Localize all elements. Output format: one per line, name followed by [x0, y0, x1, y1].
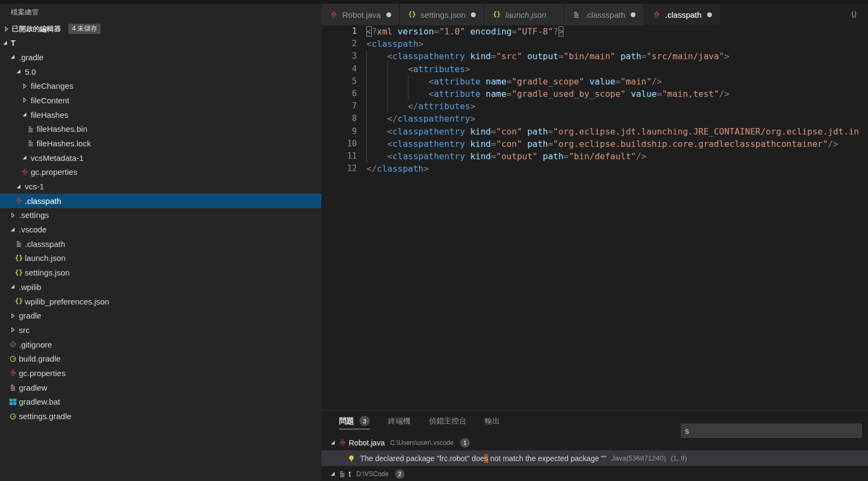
- twisty-open-icon[interactable]: [20, 110, 30, 119]
- tree-item-.classspath[interactable]: .classspath: [0, 237, 321, 251]
- tab-Robot.java[interactable]: Robot.java: [321, 4, 400, 25]
- tab-.classpath[interactable]: .classpath: [644, 4, 721, 25]
- tab-launch.json[interactable]: {}launch.json: [484, 4, 564, 25]
- panel-tab-輸出[interactable]: 輸出: [485, 412, 500, 430]
- list-file-icon: [572, 10, 581, 19]
- code-line-text[interactable]: </classpathentry>: [366, 112, 475, 125]
- twisty-open-icon[interactable]: [8, 225, 18, 234]
- tree-item-fileHashes[interactable]: fileHashes: [0, 108, 321, 122]
- line-number[interactable]: 8: [321, 112, 357, 125]
- code-line-text[interactable]: <?xml version="1.0" encoding="UTF-8"?>: [366, 25, 563, 38]
- line-number[interactable]: 6: [321, 88, 357, 100]
- tree-item-.gradle[interactable]: .gradle: [0, 50, 321, 65]
- tab-bar: Robot.java{}settings.json{}launch.json.c…: [321, 4, 868, 25]
- code-editor[interactable]: 1<?xml version="1.0" encoding="UTF-8"?>2…: [321, 25, 868, 410]
- code-token: [522, 139, 527, 149]
- code-line-text[interactable]: <classpathentry kind="con" path="org.ecl…: [366, 125, 859, 138]
- code-line-text[interactable]: <classpathentry kind="src" output="bin/m…: [366, 50, 729, 62]
- twisty-closed-icon[interactable]: [8, 211, 18, 220]
- panel-tab-問題[interactable]: 問題3: [339, 411, 370, 430]
- code-token: "con": [496, 126, 522, 137]
- line-number[interactable]: 3: [321, 50, 357, 62]
- tree-item-label: 5.0: [25, 67, 36, 76]
- tree-item-fileHashes.bin[interactable]: fileHashes.bin: [0, 122, 321, 136]
- tree-item-.vscode[interactable]: .vscode: [0, 222, 321, 237]
- tree-item-build.gradle[interactable]: build.gradle: [0, 351, 321, 366]
- code-token: kind: [470, 151, 491, 161]
- twisty-open-icon[interactable]: [328, 470, 338, 478]
- twisty-open-icon[interactable]: [20, 153, 30, 162]
- tree-item-fileChanges[interactable]: fileChanges: [0, 79, 321, 93]
- code-line-text[interactable]: <classpathentry kind="output" path="bin/…: [366, 150, 646, 162]
- problems-count-badge: 3: [359, 416, 370, 426]
- tree-item-gc.properties[interactable]: gc.properties: [0, 366, 321, 380]
- code-line-text[interactable]: </classpath>: [366, 162, 429, 175]
- twisty-open-icon[interactable]: [14, 182, 24, 191]
- code-line-text[interactable]: <classpathentry kind="con" path="org.ecl…: [366, 138, 838, 150]
- twisty-open-icon[interactable]: [8, 53, 18, 61]
- line-number[interactable]: 11: [321, 150, 357, 162]
- tree-item-gradle[interactable]: gradle: [0, 308, 321, 323]
- tree-item-launch.json[interactable]: {}launch.json: [0, 251, 321, 266]
- tree-item-label: gc.properties: [31, 167, 77, 176]
- line-number[interactable]: 4: [321, 63, 357, 75]
- line-number[interactable]: 2: [321, 38, 357, 50]
- code-line-text[interactable]: <attribute name="gradle_used_by_scope" v…: [366, 88, 729, 100]
- tree-item-.classpath[interactable]: .classpath: [0, 194, 321, 208]
- tree-item-gc.properties[interactable]: gc.properties: [0, 165, 321, 180]
- tree-item-gradlew[interactable]: gradlew: [0, 380, 321, 395]
- line-number[interactable]: 5: [321, 75, 357, 88]
- twisty-open-icon[interactable]: [8, 282, 18, 291]
- line-number[interactable]: 10: [321, 138, 357, 150]
- tree-item-gradlew.bat[interactable]: gradlew.bat: [0, 395, 321, 409]
- panel-tab-偵錯主控台[interactable]: 偵錯主控台: [429, 412, 467, 430]
- twisty-closed-icon[interactable]: [20, 82, 30, 90]
- line-number[interactable]: 12: [321, 162, 357, 175]
- tree-item-label: fileHashes.lock: [37, 139, 91, 148]
- code-line-text[interactable]: </attributes>: [366, 100, 475, 112]
- twisty-closed-icon[interactable]: [8, 312, 18, 320]
- line-number[interactable]: 7: [321, 100, 357, 112]
- problems-file-badge: 1: [460, 438, 470, 448]
- code-line-2: 2<classpath>: [321, 38, 868, 50]
- tree-item-label: .classpath: [25, 196, 61, 206]
- tree-item-settings.gradle[interactable]: settings.gradle: [0, 409, 321, 423]
- tree-item-.wpilib[interactable]: .wpilib: [0, 280, 321, 294]
- open-editors-section[interactable]: 已開啟的編輯器 4 未儲存: [0, 22, 321, 36]
- problems-file-row-t[interactable]: tD:\VSCode2: [321, 466, 868, 481]
- tree-item-fileContent[interactable]: fileContent: [0, 93, 321, 108]
- filter-gear-icon[interactable]: [850, 427, 859, 435]
- tree-item-vcs-1[interactable]: vcs-1: [0, 179, 321, 194]
- code-line-text[interactable]: <attributes>: [366, 63, 470, 75]
- problem-row[interactable]: The declared package "frc.robot" does no…: [321, 450, 868, 466]
- workspace-root-folder[interactable]: T: [0, 36, 321, 50]
- code-line-7: 7 </attributes>: [321, 100, 868, 112]
- line-number[interactable]: 1: [321, 25, 357, 38]
- tab-.classspath[interactable]: .classspath: [564, 4, 644, 25]
- twisty-closed-icon[interactable]: [2, 25, 11, 33]
- tree-item-settings.json[interactable]: {}settings.json: [0, 265, 321, 280]
- code-line-text[interactable]: <attribute name="gradle_scope" value="ma…: [366, 75, 662, 88]
- problems-filter-input[interactable]: [681, 423, 850, 438]
- twisty-open-icon[interactable]: [1, 39, 10, 47]
- twisty-closed-icon[interactable]: [8, 326, 18, 334]
- indent-guide: [366, 112, 367, 125]
- tab-settings.json[interactable]: {}settings.json: [400, 4, 484, 25]
- twisty-closed-icon[interactable]: [20, 96, 30, 104]
- tree-item-.gitignore[interactable]: .gitignore: [0, 337, 321, 352]
- java-icon: [329, 10, 338, 19]
- tree-item-fileHashes.lock[interactable]: fileHashes.lock: [0, 136, 321, 151]
- code-line-text[interactable]: <classpath>: [366, 38, 424, 50]
- tree-item-src[interactable]: src: [0, 323, 321, 337]
- tree-item-.settings[interactable]: .settings: [0, 208, 321, 223]
- java-icon: [338, 438, 347, 447]
- panel-tab-終端機[interactable]: 終端機: [388, 412, 411, 430]
- panel-tab-label: 終端機: [388, 416, 411, 426]
- line-number[interactable]: 9: [321, 125, 357, 138]
- tree-item-wpilib_preferences.json[interactable]: {}wpilib_preferences.json: [0, 294, 321, 309]
- twisty-open-icon[interactable]: [14, 67, 24, 76]
- tree-item-5.0[interactable]: 5.0: [0, 65, 321, 79]
- split-editor-icon[interactable]: [850, 10, 858, 19]
- twisty-open-icon[interactable]: [328, 438, 338, 447]
- tree-item-vcsMetadata-1[interactable]: vcsMetadata-1: [0, 151, 321, 165]
